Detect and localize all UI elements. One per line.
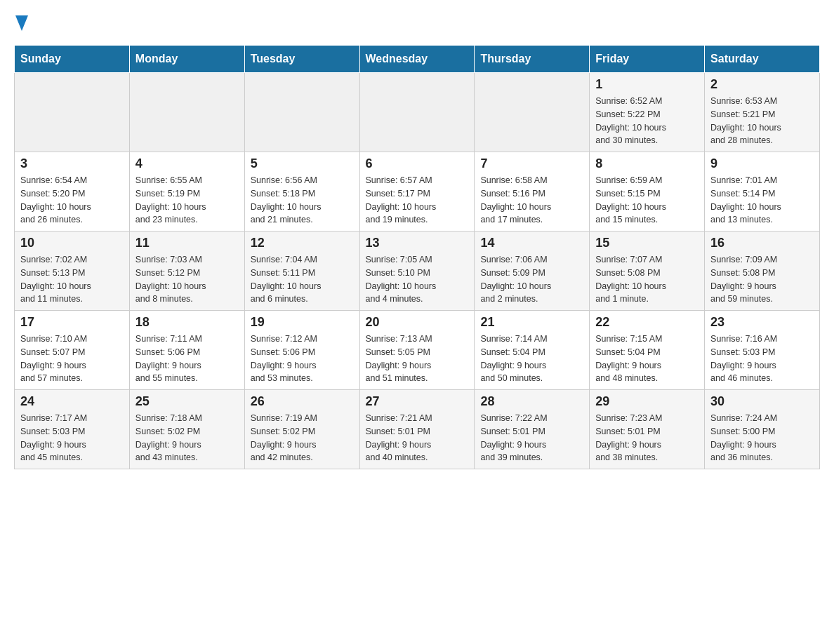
calendar-cell: 2Sunrise: 6:53 AM Sunset: 5:21 PM Daylig…	[705, 73, 820, 152]
day-info: Sunrise: 6:56 AM Sunset: 5:18 PM Dayligh…	[251, 174, 354, 227]
day-info: Sunrise: 7:03 AM Sunset: 5:12 PM Dayligh…	[135, 253, 239, 306]
calendar-cell: 13Sunrise: 7:05 AM Sunset: 5:10 PM Dayli…	[359, 232, 475, 311]
day-info: Sunrise: 7:05 AM Sunset: 5:10 PM Dayligh…	[366, 253, 469, 306]
day-number: 14	[480, 236, 583, 250]
day-info: Sunrise: 7:14 AM Sunset: 5:04 PM Dayligh…	[480, 333, 583, 385]
calendar-cell: 30Sunrise: 7:24 AM Sunset: 5:00 PM Dayli…	[705, 390, 820, 469]
calendar-week-3: 17Sunrise: 7:10 AM Sunset: 5:07 PM Dayli…	[15, 311, 820, 390]
calendar-cell	[15, 73, 130, 152]
day-info: Sunrise: 6:58 AM Sunset: 5:16 PM Dayligh…	[480, 174, 583, 227]
day-number: 6	[366, 156, 469, 171]
calendar-cell: 27Sunrise: 7:21 AM Sunset: 5:01 PM Dayli…	[359, 390, 475, 469]
calendar-table: SundayMondayTuesdayWednesdayThursdayFrid…	[14, 45, 820, 469]
weekday-header-tuesday: Tuesday	[244, 46, 359, 73]
day-info: Sunrise: 7:22 AM Sunset: 5:01 PM Dayligh…	[480, 412, 583, 464]
calendar-cell: 8Sunrise: 6:59 AM Sunset: 5:15 PM Daylig…	[590, 152, 705, 232]
calendar-cell: 22Sunrise: 7:15 AM Sunset: 5:04 PM Dayli…	[590, 311, 705, 390]
calendar-cell: 12Sunrise: 7:04 AM Sunset: 5:11 PM Dayli…	[244, 232, 359, 311]
day-number: 22	[595, 315, 699, 330]
calendar-header: SundayMondayTuesdayWednesdayThursdayFrid…	[15, 46, 820, 73]
svg-marker-0	[15, 15, 28, 31]
weekday-header-saturday: Saturday	[705, 46, 820, 73]
calendar-cell: 20Sunrise: 7:13 AM Sunset: 5:05 PM Dayli…	[359, 311, 475, 390]
day-number: 9	[710, 156, 814, 171]
day-info: Sunrise: 7:24 AM Sunset: 5:00 PM Dayligh…	[710, 412, 814, 464]
day-number: 24	[20, 394, 124, 409]
day-number: 7	[480, 156, 583, 171]
day-number: 23	[710, 315, 814, 330]
day-info: Sunrise: 6:55 AM Sunset: 5:19 PM Dayligh…	[135, 174, 239, 227]
calendar-cell: 17Sunrise: 7:10 AM Sunset: 5:07 PM Dayli…	[15, 311, 130, 390]
day-number: 2	[710, 77, 814, 92]
calendar-cell	[359, 73, 475, 152]
day-number: 29	[595, 394, 699, 409]
day-info: Sunrise: 6:54 AM Sunset: 5:20 PM Dayligh…	[20, 174, 124, 227]
calendar-cell	[244, 73, 359, 152]
calendar-cell: 16Sunrise: 7:09 AM Sunset: 5:08 PM Dayli…	[705, 232, 820, 311]
weekday-header-sunday: Sunday	[15, 46, 130, 73]
day-number: 26	[251, 394, 354, 409]
day-info: Sunrise: 7:06 AM Sunset: 5:09 PM Dayligh…	[480, 253, 583, 306]
calendar-week-2: 10Sunrise: 7:02 AM Sunset: 5:13 PM Dayli…	[15, 232, 820, 311]
day-info: Sunrise: 7:23 AM Sunset: 5:01 PM Dayligh…	[595, 412, 699, 464]
day-info: Sunrise: 7:04 AM Sunset: 5:11 PM Dayligh…	[251, 253, 354, 306]
day-info: Sunrise: 7:21 AM Sunset: 5:01 PM Dayligh…	[366, 412, 469, 464]
day-number: 10	[20, 236, 124, 250]
day-number: 18	[135, 315, 239, 330]
logo	[14, 14, 28, 31]
calendar-cell: 28Sunrise: 7:22 AM Sunset: 5:01 PM Dayli…	[475, 390, 590, 469]
day-number: 27	[366, 394, 469, 409]
day-number: 13	[366, 236, 469, 250]
calendar-cell: 1Sunrise: 6:52 AM Sunset: 5:22 PM Daylig…	[590, 73, 705, 152]
calendar-week-0: 1Sunrise: 6:52 AM Sunset: 5:22 PM Daylig…	[15, 73, 820, 152]
day-number: 5	[251, 156, 354, 171]
calendar-cell: 25Sunrise: 7:18 AM Sunset: 5:02 PM Dayli…	[129, 390, 244, 469]
weekday-header-wednesday: Wednesday	[359, 46, 475, 73]
day-info: Sunrise: 7:16 AM Sunset: 5:03 PM Dayligh…	[710, 333, 814, 385]
day-info: Sunrise: 7:01 AM Sunset: 5:14 PM Dayligh…	[710, 174, 814, 227]
day-number: 3	[20, 156, 124, 171]
day-info: Sunrise: 6:57 AM Sunset: 5:17 PM Dayligh…	[366, 174, 469, 227]
day-number: 4	[135, 156, 239, 171]
day-number: 15	[595, 236, 699, 250]
weekday-header-friday: Friday	[590, 46, 705, 73]
day-info: Sunrise: 6:53 AM Sunset: 5:21 PM Dayligh…	[710, 95, 814, 147]
logo-arrow-icon	[15, 15, 28, 34]
calendar-cell: 15Sunrise: 7:07 AM Sunset: 5:08 PM Dayli…	[590, 232, 705, 311]
day-info: Sunrise: 6:59 AM Sunset: 5:15 PM Dayligh…	[595, 174, 699, 227]
day-info: Sunrise: 7:13 AM Sunset: 5:05 PM Dayligh…	[366, 333, 469, 385]
day-number: 12	[251, 236, 354, 250]
calendar-cell: 6Sunrise: 6:57 AM Sunset: 5:17 PM Daylig…	[359, 152, 475, 232]
calendar-cell: 24Sunrise: 7:17 AM Sunset: 5:03 PM Dayli…	[15, 390, 130, 469]
calendar-cell: 14Sunrise: 7:06 AM Sunset: 5:09 PM Dayli…	[475, 232, 590, 311]
day-number: 21	[480, 315, 583, 330]
calendar-cell: 4Sunrise: 6:55 AM Sunset: 5:19 PM Daylig…	[129, 152, 244, 232]
weekday-header-monday: Monday	[129, 46, 244, 73]
day-info: Sunrise: 7:19 AM Sunset: 5:02 PM Dayligh…	[251, 412, 354, 464]
calendar-cell: 11Sunrise: 7:03 AM Sunset: 5:12 PM Dayli…	[129, 232, 244, 311]
day-number: 1	[595, 77, 699, 92]
day-number: 20	[366, 315, 469, 330]
day-info: Sunrise: 7:12 AM Sunset: 5:06 PM Dayligh…	[251, 333, 354, 385]
day-info: Sunrise: 6:52 AM Sunset: 5:22 PM Dayligh…	[595, 95, 699, 147]
calendar-cell: 21Sunrise: 7:14 AM Sunset: 5:04 PM Dayli…	[475, 311, 590, 390]
calendar-cell: 19Sunrise: 7:12 AM Sunset: 5:06 PM Dayli…	[244, 311, 359, 390]
weekday-row: SundayMondayTuesdayWednesdayThursdayFrid…	[15, 46, 820, 73]
day-number: 17	[20, 315, 124, 330]
calendar-cell: 9Sunrise: 7:01 AM Sunset: 5:14 PM Daylig…	[705, 152, 820, 232]
day-number: 30	[710, 394, 814, 409]
day-number: 28	[480, 394, 583, 409]
page-header	[14, 14, 820, 31]
calendar-cell: 26Sunrise: 7:19 AM Sunset: 5:02 PM Dayli…	[244, 390, 359, 469]
calendar-cell: 3Sunrise: 6:54 AM Sunset: 5:20 PM Daylig…	[15, 152, 130, 232]
day-number: 19	[251, 315, 354, 330]
day-info: Sunrise: 7:02 AM Sunset: 5:13 PM Dayligh…	[20, 253, 124, 306]
day-info: Sunrise: 7:18 AM Sunset: 5:02 PM Dayligh…	[135, 412, 239, 464]
calendar-cell	[129, 73, 244, 152]
calendar-cell: 23Sunrise: 7:16 AM Sunset: 5:03 PM Dayli…	[705, 311, 820, 390]
day-info: Sunrise: 7:11 AM Sunset: 5:06 PM Dayligh…	[135, 333, 239, 385]
calendar-week-4: 24Sunrise: 7:17 AM Sunset: 5:03 PM Dayli…	[15, 390, 820, 469]
calendar-cell: 18Sunrise: 7:11 AM Sunset: 5:06 PM Dayli…	[129, 311, 244, 390]
calendar-cell: 7Sunrise: 6:58 AM Sunset: 5:16 PM Daylig…	[475, 152, 590, 232]
calendar-cell	[475, 73, 590, 152]
